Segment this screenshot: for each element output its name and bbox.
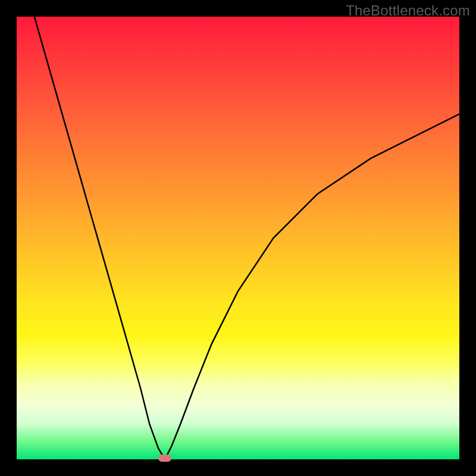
curve-left-branch: [35, 17, 165, 459]
curve-right-branch: [165, 114, 459, 459]
watermark-text: TheBottleneck.com: [346, 2, 470, 19]
minimum-marker: [158, 455, 171, 462]
chart-curve: [17, 17, 459, 459]
